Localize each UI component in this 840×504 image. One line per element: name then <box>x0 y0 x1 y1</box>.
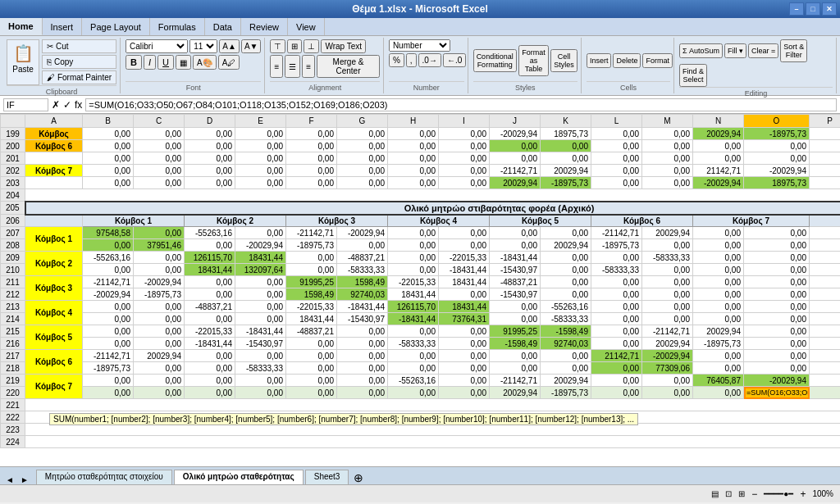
row-218[interactable]: 218 <box>1 362 25 375</box>
cell-k210[interactable]: 0,00 <box>541 264 591 276</box>
cell-g202[interactable]: 0,00 <box>337 165 388 177</box>
cell-f211[interactable]: 91995,25 <box>286 276 337 288</box>
cell-j217[interactable]: 0,00 <box>490 350 541 362</box>
col-header-g[interactable]: G <box>337 115 388 128</box>
cell-a200[interactable]: Κόμβος 6 <box>25 140 83 152</box>
cell-o212[interactable]: 0,00 <box>744 288 810 301</box>
cell-b199[interactable]: 0,00 <box>83 128 134 140</box>
cell-i215[interactable]: 0,00 <box>439 325 490 338</box>
cell-b218[interactable]: -18975,73 <box>83 362 134 375</box>
cell-c210[interactable]: 0,00 <box>134 264 185 276</box>
cell-f201[interactable]: 0,00 <box>286 152 337 165</box>
cell-d211[interactable]: 0,00 <box>185 276 235 288</box>
cell-o200[interactable]: 0,00 <box>744 140 810 152</box>
bold-button[interactable]: B <box>126 55 142 70</box>
cell-b210[interactable]: 0,00 <box>83 264 134 276</box>
cell-c201[interactable]: 0,00 <box>134 152 185 165</box>
cell-j211[interactable]: -48837,21 <box>490 276 541 288</box>
tab-formulas[interactable]: Formulas <box>150 18 205 35</box>
cell-o210[interactable]: 0,00 <box>744 264 810 276</box>
cell-o215[interactable]: 0,00 <box>744 325 810 338</box>
cell-j200[interactable]: 0,00 <box>490 140 541 152</box>
cell-n214[interactable]: 0,00 <box>693 313 744 325</box>
cell-k202[interactable]: 20029,94 <box>541 165 591 177</box>
row-207[interactable]: 207 <box>1 227 25 239</box>
cell-a203[interactable] <box>25 177 83 189</box>
cell-l199[interactable]: 0,00 <box>591 128 642 140</box>
cell-k218[interactable]: 0,00 <box>541 362 591 375</box>
cell-h207[interactable]: 0,00 <box>388 227 439 239</box>
row-224[interactable]: 224 <box>1 436 25 448</box>
cell-l218[interactable]: 0,00 <box>591 362 642 375</box>
minimize-button[interactable]: – <box>789 2 804 16</box>
align-center-button[interactable]: ☰ <box>285 55 300 78</box>
cell-p201[interactable] <box>810 152 841 165</box>
paste-button[interactable]: 📋 Paste <box>7 39 39 85</box>
cell-g215[interactable]: 0,00 <box>337 325 388 338</box>
wrap-text-button[interactable]: Wrap Text <box>321 39 366 53</box>
cell-e218[interactable]: -58333,33 <box>235 362 286 375</box>
align-top-button[interactable]: ⊤ <box>270 39 285 53</box>
cell-g203[interactable]: 0,00 <box>337 177 388 189</box>
cell-o209[interactable]: 0,00 <box>744 252 810 264</box>
cell-l202[interactable]: 0,00 <box>591 165 642 177</box>
align-bottom-button[interactable]: ⊥ <box>304 39 319 53</box>
cell-c219[interactable]: 0,00 <box>134 375 185 387</box>
cell-n207[interactable]: 0,00 <box>693 227 744 239</box>
border-button[interactable]: ▦ <box>176 55 191 70</box>
cell-c212[interactable]: -18975,73 <box>134 288 185 301</box>
cell-c203[interactable]: 0,00 <box>134 177 185 189</box>
cell-e220[interactable]: 0,00 <box>235 387 286 399</box>
increase-decimal-button[interactable]: .0→ <box>418 53 441 67</box>
cell-j219[interactable]: -21142,71 <box>490 375 541 387</box>
cell-n208[interactable]: 0,00 <box>693 239 744 252</box>
cell-h218[interactable]: 0,00 <box>388 362 439 375</box>
cell-g216[interactable]: 0,00 <box>337 338 388 350</box>
format-cells-button[interactable]: Format <box>642 53 673 68</box>
cell-b215[interactable]: 0,00 <box>83 325 134 338</box>
cell-p199[interactable] <box>810 128 841 140</box>
cell-f200[interactable]: 0,00 <box>286 140 337 152</box>
row-204[interactable]: 204 <box>1 189 25 202</box>
zoom-slider[interactable]: ━━━━●━ <box>764 489 793 498</box>
cell-n213[interactable]: 0,00 <box>693 301 744 313</box>
cell-o216[interactable]: 0,00 <box>744 338 810 350</box>
col-header-k[interactable]: K <box>541 115 591 128</box>
cell-f219[interactable]: 0,00 <box>286 375 337 387</box>
col-header-a[interactable]: A <box>25 115 83 128</box>
align-right-button[interactable]: ≡ <box>302 55 315 78</box>
cell-j207[interactable]: 0,00 <box>490 227 541 239</box>
cell-i212[interactable]: 0,00 <box>439 288 490 301</box>
col-header-o[interactable]: O <box>744 115 810 128</box>
cell-e212[interactable]: 0,00 <box>235 288 286 301</box>
cell-m217[interactable]: -20029,94 <box>642 350 693 362</box>
autosum-button[interactable]: Σ AutoSum <box>679 43 723 58</box>
page-break-view-button[interactable]: ⊞ <box>738 489 745 498</box>
cell-g200[interactable]: 0,00 <box>337 140 388 152</box>
cell-g218[interactable]: 0,00 <box>337 362 388 375</box>
merge-center-button[interactable]: Merge & Center <box>317 55 380 78</box>
cell-b220[interactable]: 0,00 <box>83 387 134 399</box>
cell-n202[interactable]: 21142,71 <box>693 165 744 177</box>
italic-button[interactable]: I <box>144 55 156 70</box>
cell-m213[interactable]: 0,00 <box>642 301 693 313</box>
cell-i219[interactable]: 0,00 <box>439 375 490 387</box>
cell-g201[interactable]: 0,00 <box>337 152 388 165</box>
cell-h216[interactable]: -58333,33 <box>388 338 439 350</box>
cell-h217[interactable]: 0,00 <box>388 350 439 362</box>
sort-filter-button[interactable]: Sort &Filter <box>780 39 807 62</box>
sheet-tab-2[interactable]: Ολικό μητρώο σταθερότητας <box>174 470 304 484</box>
cell-k214[interactable]: -58333,33 <box>541 313 591 325</box>
cell-i207[interactable]: 0,00 <box>439 227 490 239</box>
cell-n210[interactable]: 0,00 <box>693 264 744 276</box>
cell-l217[interactable]: 21142,71 <box>591 350 642 362</box>
cell-i211[interactable]: 18431,44 <box>439 276 490 288</box>
cell-m219[interactable]: 0,00 <box>642 375 693 387</box>
col-header-h[interactable]: H <box>388 115 439 128</box>
cell-m216[interactable]: 20029,94 <box>642 338 693 350</box>
cell-d201[interactable]: 0,00 <box>185 152 235 165</box>
cell-l215[interactable]: 0,00 <box>591 325 642 338</box>
cell-i217[interactable]: 0,00 <box>439 350 490 362</box>
tab-review[interactable]: Review <box>241 18 288 35</box>
row-200[interactable]: 200 <box>1 140 25 152</box>
